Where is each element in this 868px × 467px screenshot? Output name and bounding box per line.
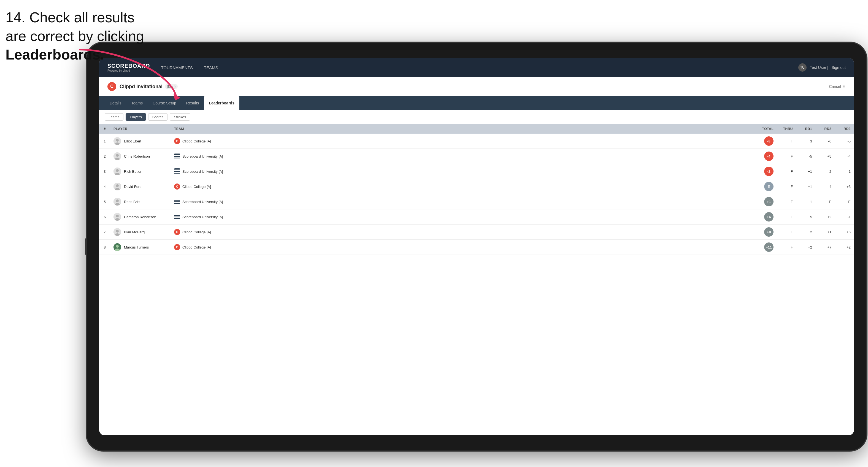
team-name: Scoreboard University [A] — [182, 200, 223, 204]
tab-details[interactable]: Details — [105, 96, 126, 110]
team-logo-icon: C — [174, 138, 180, 144]
filter-players-button[interactable]: Players — [126, 113, 146, 121]
rd1-cell: -5 — [796, 149, 815, 164]
score-badge: +9 — [764, 227, 774, 237]
player-avatar — [114, 167, 121, 175]
rd2-cell: -4 — [815, 179, 835, 194]
score-badge: +11 — [764, 243, 774, 252]
svg-point-23 — [116, 245, 119, 248]
thru-cell: F — [777, 209, 796, 224]
tab-leaderboards[interactable]: Leaderboards — [204, 96, 239, 110]
player-name: Marcus Turners — [124, 245, 149, 249]
player-name: Rees Britt — [124, 200, 140, 204]
cancel-button[interactable]: Cancel ✕ — [829, 84, 846, 89]
table-row: 5Rees BrittScoreboard University [A]+1F+… — [99, 194, 854, 209]
player-name: Elliot Ebert — [124, 139, 141, 143]
rank-cell: 7 — [99, 224, 110, 240]
tab-results[interactable]: Results — [181, 96, 204, 110]
rd1-cell: +1 — [796, 179, 815, 194]
nav-teams[interactable]: TEAMS — [204, 64, 218, 71]
table-row: 1Elliot EbertCClippd College [A]-8F+3-6-… — [99, 134, 854, 149]
rd2-cell: +1 — [815, 224, 835, 240]
total-cell: +9 — [752, 224, 777, 240]
team-cell: CClippd College [A] — [171, 224, 752, 240]
player-name: Chris Robertson — [124, 154, 150, 158]
rd2-cell: -2 — [815, 164, 835, 179]
player-name: David Ford — [124, 185, 142, 189]
team-cell: Scoreboard University [A] — [171, 149, 752, 164]
instruction-text: 14. Check all results are correct by cli… — [5, 8, 144, 64]
tablet-frame: SCOREBOARD Powered by clippd TOURNAMENTS… — [87, 43, 866, 450]
player-avatar — [114, 243, 121, 251]
rank-cell: 1 — [99, 134, 110, 149]
nav-links: TOURNAMENTS TEAMS — [161, 64, 798, 71]
col-team: TEAM — [171, 124, 752, 134]
team-logo-icon — [174, 214, 180, 220]
tournament-title: Clippd Invitational — [120, 84, 162, 90]
rd3-cell: +6 — [835, 224, 854, 240]
player-avatar — [114, 228, 121, 236]
thru-cell: F — [777, 149, 796, 164]
team-name: Clippd College [A] — [182, 139, 211, 143]
col-rank: # — [99, 124, 110, 134]
rd3-cell: +2 — [835, 240, 854, 255]
team-cell: Scoreboard University [A] — [171, 194, 752, 209]
team-cell: Scoreboard University [A] — [171, 164, 752, 179]
total-cell: +6 — [752, 209, 777, 224]
user-label: Test User | — [810, 65, 828, 70]
player-cell: Chris Robertson — [110, 149, 171, 164]
rd3-cell: E — [835, 194, 854, 209]
rd2-cell: -6 — [815, 134, 835, 149]
brand: SCOREBOARD Powered by clippd — [107, 63, 150, 72]
rank-cell: 4 — [99, 179, 110, 194]
navbar: SCOREBOARD Powered by clippd TOURNAMENTS… — [99, 58, 854, 77]
filter-scores-button[interactable]: Scores — [148, 113, 167, 121]
thru-cell: F — [777, 179, 796, 194]
team-name: Clippd College [A] — [182, 185, 211, 189]
player-cell: David Ford — [110, 179, 171, 194]
svg-point-20 — [116, 230, 119, 232]
team-logo-icon — [174, 153, 180, 159]
thru-cell: F — [777, 164, 796, 179]
rd1-cell: +5 — [796, 209, 815, 224]
team-logo-icon: C — [174, 244, 180, 250]
tab-course-setup[interactable]: Course Setup — [148, 96, 181, 110]
player-avatar — [114, 152, 121, 160]
svg-point-17 — [116, 215, 119, 217]
rd1-cell: +2 — [796, 240, 815, 255]
rd2-cell: +7 — [815, 240, 835, 255]
table-row: 7Blair McHargCClippd College [A]+9F+2+1+… — [99, 224, 854, 240]
rd3-cell: -1 — [835, 164, 854, 179]
table-row: 4David FordCClippd College [A]EF+1-4+3 — [99, 179, 854, 194]
score-badge: +1 — [764, 197, 774, 206]
player-avatar — [114, 137, 121, 145]
rd3-cell: -4 — [835, 149, 854, 164]
rank-cell: 6 — [99, 209, 110, 224]
team-cell: CClippd College [A] — [171, 134, 752, 149]
player-name: Blair McHarg — [124, 230, 145, 234]
svg-point-14 — [116, 199, 119, 202]
tab-teams[interactable]: Teams — [126, 96, 148, 110]
table-row: 2Chris RobertsonScoreboard University [A… — [99, 149, 854, 164]
nav-tournaments[interactable]: TOURNAMENTS — [161, 64, 193, 71]
team-logo-icon: C — [174, 184, 180, 190]
total-cell: -4 — [752, 149, 777, 164]
rd2-cell: E — [815, 194, 835, 209]
filter-strokes-button[interactable]: Strokes — [170, 113, 190, 121]
rd3-cell: -5 — [835, 134, 854, 149]
score-badge: -8 — [764, 136, 774, 146]
thru-cell: F — [777, 134, 796, 149]
table-row: 3Rich ButlerScoreboard University [A]-2F… — [99, 164, 854, 179]
sign-out-link[interactable]: Sign out — [832, 65, 846, 70]
team-logo-icon — [174, 199, 180, 205]
player-avatar — [114, 183, 121, 190]
table-row: 6Cameron RobertsonScoreboard University … — [99, 209, 854, 224]
team-name: Scoreboard University [A] — [182, 154, 223, 158]
team-cell: CClippd College [A] — [171, 240, 752, 255]
tournament-logo: C — [107, 82, 116, 91]
svg-point-11 — [116, 184, 119, 187]
tournament-header: C Clippd Invitational (Men) Cancel ✕ — [99, 77, 854, 96]
filter-teams-button[interactable]: Teams — [105, 113, 123, 121]
player-cell: Elliot Ebert — [110, 134, 171, 149]
team-logo-icon — [174, 168, 180, 175]
